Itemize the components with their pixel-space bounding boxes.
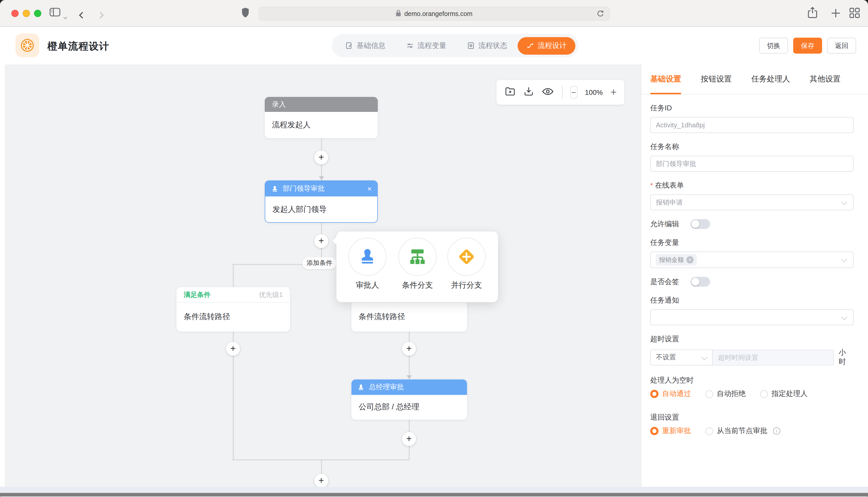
- toolbar-divider: [562, 86, 562, 99]
- workflow-nav-tabs: 基础信息 流程变量 流程状态 流程设计: [332, 34, 578, 57]
- countersign-field: 是否会签: [650, 276, 853, 287]
- tab-overview-icon[interactable]: [850, 8, 860, 20]
- field-label: 处理人为空时: [650, 375, 853, 385]
- forward-button[interactable]: [98, 10, 103, 19]
- node-body-text: 发起人部门领导: [273, 204, 327, 214]
- field-label: 任务ID: [650, 103, 853, 113]
- tab-process-status[interactable]: 流程状态: [457, 34, 518, 57]
- add-node-button[interactable]: [402, 342, 416, 355]
- screen: demo.orangeforms.com: [0, 0, 868, 497]
- tab-button-settings[interactable]: 按钮设置: [701, 64, 732, 94]
- popup-item-approver[interactable]: 审批人: [348, 238, 387, 290]
- merge-line: [232, 459, 409, 460]
- tab-process-design[interactable]: 流程设计: [518, 37, 575, 54]
- lock-icon: [396, 10, 401, 18]
- radio-auto-reject[interactable]: 自动拒绝: [705, 389, 746, 399]
- popup-item-label: 审批人: [348, 281, 387, 290]
- radio-assign-handler[interactable]: 指定处理人: [760, 389, 808, 399]
- save-button[interactable]: 保存: [793, 38, 822, 54]
- reload-icon[interactable]: [596, 9, 605, 19]
- task-name-input[interactable]: [650, 156, 854, 172]
- remove-tag-icon[interactable]: [686, 256, 693, 264]
- node-dept-approval[interactable]: 部门领导审批 发起人部门领导: [265, 181, 378, 223]
- close-window-button[interactable]: [11, 10, 18, 17]
- add-node-button[interactable]: [402, 432, 416, 446]
- online-form-select[interactable]: 报销申请: [650, 194, 854, 210]
- popup-item-parallel-branch[interactable]: 并行分支: [447, 238, 486, 290]
- task-notify-field: 任务通知: [650, 295, 853, 325]
- node-header-label: 部门领导审批: [283, 184, 325, 193]
- task-variables-field: 任务变量 报销金额: [650, 237, 853, 268]
- tab-basic-settings[interactable]: 基础设置: [650, 64, 681, 94]
- add-condition-tooltip: 添加条件: [302, 257, 336, 269]
- timeout-mode-select[interactable]: 不设置: [650, 349, 713, 365]
- add-node-button[interactable]: [314, 473, 328, 487]
- node-type-popup: 审批人 条件分支: [336, 231, 498, 302]
- preview-eye-icon[interactable]: [541, 85, 554, 100]
- sliders-icon: [406, 42, 414, 49]
- canvas-toolbar: 100%: [496, 80, 624, 105]
- download-icon[interactable]: [523, 85, 535, 99]
- radio-label: 自动拒绝: [717, 389, 746, 399]
- add-node-button[interactable]: [226, 342, 240, 355]
- field-label: 任务名称: [650, 141, 853, 152]
- task-id-field: 任务ID: [650, 103, 853, 133]
- open-file-icon[interactable]: [504, 85, 516, 99]
- selected-value: 报销申请: [656, 198, 683, 207]
- variable-tag: 报销金额: [656, 254, 697, 266]
- approver-icon: [357, 383, 365, 391]
- popup-item-condition-branch[interactable]: 条件分支: [398, 238, 437, 290]
- tab-other-settings[interactable]: 其他设置: [810, 64, 841, 94]
- switch-button[interactable]: 切换: [759, 38, 788, 54]
- add-node-button[interactable]: [314, 234, 328, 248]
- radio-re-approve[interactable]: 重新审批: [650, 426, 691, 436]
- allow-edit-field: 允许编辑: [650, 218, 853, 229]
- new-tab-icon[interactable]: [831, 8, 841, 19]
- app-header: 橙单流程设计 基础信息 流程变量 流程状态: [0, 27, 868, 65]
- url-text: demo.orangeforms.com: [404, 10, 472, 17]
- field-label: 允许编辑: [650, 218, 679, 229]
- radio-label: 重新审批: [662, 426, 691, 436]
- privacy-shield-icon[interactable]: [242, 7, 249, 20]
- zoom-out-button[interactable]: [570, 86, 577, 98]
- sidebar-chevron-icon[interactable]: [64, 11, 67, 20]
- orange-logo-icon: [19, 38, 35, 53]
- panel-body: 任务ID 任务名称 在线表单 报销申请 允许编辑: [642, 103, 868, 436]
- tab-task-assignee[interactable]: 任务处理人: [752, 64, 790, 94]
- parallel-branch-icon: [456, 246, 477, 267]
- bottom-band: [0, 487, 868, 493]
- main-area: 录入 流程发起人 部门领导审批 发起人部门领导 添加条件: [0, 65, 868, 496]
- flow-canvas[interactable]: 录入 流程发起人 部门领导审批 发起人部门领导 添加条件: [5, 65, 641, 487]
- fullscreen-window-button[interactable]: [34, 10, 41, 17]
- add-node-button[interactable]: [314, 150, 328, 164]
- countersign-toggle[interactable]: [690, 276, 710, 286]
- close-icon[interactable]: [368, 185, 372, 192]
- zoom-in-button[interactable]: [610, 86, 617, 98]
- task-id-input: [650, 117, 854, 133]
- task-notify-select[interactable]: [650, 309, 854, 325]
- node-start[interactable]: 录入 流程发起人: [265, 97, 378, 138]
- tag-label: 报销金额: [659, 255, 684, 264]
- field-label: 退回设置: [650, 412, 853, 422]
- radio-from-current-node[interactable]: 从当前节点审批: [705, 426, 780, 436]
- radio-auto-pass[interactable]: 自动通过: [650, 389, 691, 399]
- back-button[interactable]: [80, 10, 85, 19]
- node-condition-left[interactable]: 满足条件 优先级1 条件流转路径: [177, 287, 290, 331]
- back-button-app[interactable]: 返回: [827, 38, 856, 54]
- minimize-window-button[interactable]: [23, 10, 30, 17]
- share-icon[interactable]: [808, 7, 817, 20]
- url-field[interactable]: demo.orangeforms.com: [259, 7, 610, 20]
- info-icon[interactable]: [773, 427, 780, 435]
- settings-panel: 基础设置 按钮设置 任务处理人 其他设置 任务ID 任务名称 在线表单 报销: [641, 65, 868, 487]
- tab-process-variables[interactable]: 流程变量: [396, 34, 457, 57]
- node-gm-approval[interactable]: 总经理审批 公司总部 / 总经理: [352, 380, 467, 420]
- task-variables-select[interactable]: 报销金额: [650, 252, 854, 268]
- tab-basic-info[interactable]: 基础信息: [335, 34, 396, 57]
- allow-edit-toggle[interactable]: [690, 219, 710, 229]
- radio-selected-icon: [650, 390, 659, 398]
- sidebar-toggle-icon[interactable]: [50, 8, 60, 18]
- field-label: 任务通知: [650, 295, 853, 305]
- doc-status-icon: [467, 42, 475, 49]
- flow-icon: [526, 42, 534, 49]
- radio-icon: [760, 390, 768, 398]
